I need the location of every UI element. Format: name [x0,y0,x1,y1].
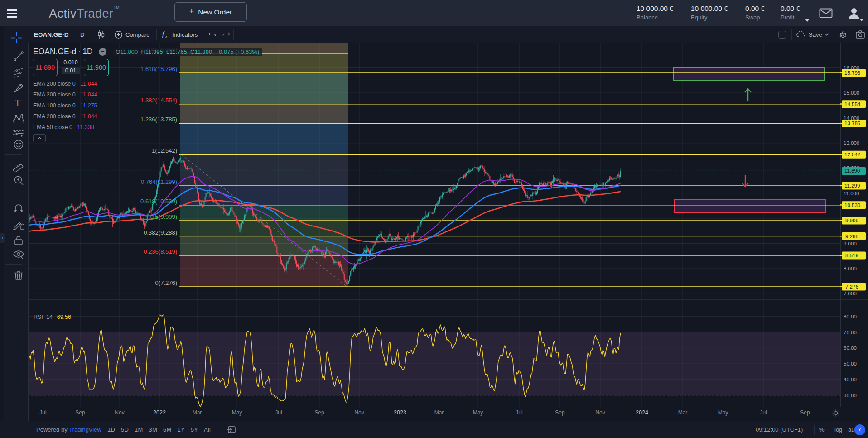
svg-text:May: May [232,409,242,416]
svg-text:9.288: 9.288 [845,234,858,239]
svg-text:9.000: 9.000 [844,241,857,246]
svg-text:1.236(13.785): 1.236(13.785) [140,116,177,123]
svg-text:RSI 14 69.56: RSI 14 69.56 [34,314,71,320]
svg-text:70.00: 70.00 [844,330,857,335]
svg-text:50.00: 50.00 [844,361,857,366]
svg-text:8.519: 8.519 [845,253,858,258]
svg-text:x: x [165,34,167,39]
svg-text:1.382(14.554): 1.382(14.554) [140,97,177,104]
svg-text:11.299: 11.299 [844,183,860,188]
svg-text:Sep: Sep [75,409,85,416]
svg-text:Sep: Sep [800,409,810,416]
svg-text:40.00: 40.00 [844,377,857,382]
svg-text:0.382(9.288): 0.382(9.288) [144,229,177,236]
svg-text:10.530: 10.530 [844,202,860,208]
svg-text:Nov: Nov [595,409,605,416]
svg-text:1.618(15.796): 1.618(15.796) [140,66,177,72]
svg-text:May: May [718,409,728,416]
svg-text:15.000: 15.000 [844,90,859,96]
svg-text:Jul: Jul [39,409,46,416]
svg-text:0.236(8.519): 0.236(8.519) [144,248,177,255]
svg-text:9.909: 9.909 [845,218,858,223]
svg-text:0.764(11.299): 0.764(11.299) [141,178,177,185]
svg-text:May: May [473,409,483,416]
svg-text:Jul: Jul [275,409,282,416]
svg-text:7.000: 7.000 [844,291,857,296]
svg-text:13.000: 13.000 [844,140,859,146]
svg-text:Mar: Mar [678,409,688,416]
svg-text:80.00: 80.00 [844,314,857,319]
svg-text:0(7.276): 0(7.276) [155,279,177,286]
svg-text:Sep: Sep [555,409,565,416]
svg-text:15.796: 15.796 [844,70,860,76]
svg-text:Nov: Nov [354,409,364,416]
svg-text:14.554: 14.554 [844,101,861,107]
svg-text:2023: 2023 [394,409,406,416]
svg-text:1(12.542): 1(12.542) [152,147,177,154]
svg-text:7.276: 7.276 [845,284,858,289]
svg-text:2022: 2022 [153,409,166,416]
svg-text:Mar: Mar [193,409,202,416]
svg-text:Jul: Jul [516,409,522,416]
svg-text:Mar: Mar [434,409,444,416]
svg-text:11.890: 11.890 [844,168,860,173]
svg-text:Sep: Sep [314,409,324,416]
svg-text:Jul: Jul [760,409,767,416]
svg-text:Nov: Nov [115,409,124,416]
svg-text:13.785: 13.785 [844,120,860,126]
svg-text:0.618(10.530): 0.618(10.530) [140,198,177,205]
svg-text:f: f [162,31,165,38]
svg-text:8.000: 8.000 [844,266,857,271]
svg-text:0.5(9.909): 0.5(9.909) [150,213,177,220]
svg-text:60.00: 60.00 [844,345,857,351]
svg-text:11.000: 11.000 [844,191,859,196]
svg-text:12.542: 12.542 [844,152,860,157]
svg-text:30.00: 30.00 [844,393,857,398]
svg-text:2024: 2024 [636,409,648,416]
